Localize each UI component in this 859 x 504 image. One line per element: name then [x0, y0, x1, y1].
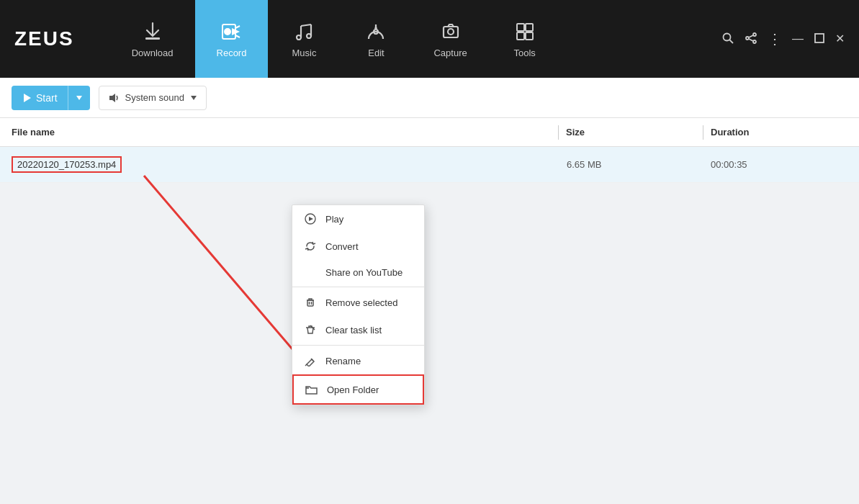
- start-dropdown[interactable]: [68, 86, 90, 110]
- share-btn[interactable]: [745, 32, 757, 47]
- svg-point-21: [753, 33, 756, 36]
- ctx-play[interactable]: Play: [292, 205, 424, 233]
- folder-icon: [305, 383, 318, 396]
- col-header-size: Size: [559, 127, 703, 138]
- tab-tools[interactable]: Tools: [489, 0, 561, 78]
- toolbar: Start System sound: [0, 78, 859, 118]
- more-btn[interactable]: ⋮: [768, 32, 782, 46]
- col-header-name: File name: [12, 127, 558, 138]
- tab-record-label: Record: [217, 48, 247, 58]
- ctx-open-folder[interactable]: Open Folder: [292, 374, 424, 405]
- svg-rect-26: [815, 34, 824, 42]
- sound-chevron-icon: [190, 94, 197, 102]
- sound-icon: [108, 92, 120, 104]
- ctx-rename[interactable]: Rename: [292, 347, 424, 374]
- ctx-divider-2: [292, 345, 424, 346]
- header: ZEUS Download Record: [0, 0, 859, 78]
- svg-marker-34: [309, 217, 313, 221]
- record-icon: [220, 20, 243, 43]
- col-header-duration: Duration: [703, 127, 847, 138]
- svg-rect-0: [145, 37, 160, 40]
- tab-tools-label: Tools: [514, 48, 536, 58]
- svg-line-25: [749, 39, 753, 41]
- tab-edit-label: Edit: [368, 48, 384, 58]
- svg-line-24: [749, 35, 753, 37]
- svg-marker-28: [76, 96, 82, 100]
- tab-capture-label: Capture: [433, 48, 467, 58]
- ctx-play-label: Play: [325, 214, 343, 225]
- tab-music[interactable]: Music: [268, 0, 340, 78]
- music-icon: [292, 20, 315, 43]
- ctx-remove-label: Remove selected: [325, 297, 397, 308]
- svg-marker-30: [191, 96, 197, 100]
- ctx-clear-label: Clear task list: [325, 325, 382, 336]
- ctx-share[interactable]: Share on YouTube: [292, 260, 424, 285]
- tools-icon: [513, 20, 536, 43]
- ctx-clear[interactable]: Clear task list: [292, 316, 424, 343]
- svg-point-1: [225, 29, 230, 35]
- svg-rect-35: [307, 300, 313, 306]
- tab-download[interactable]: Download: [110, 0, 195, 78]
- svg-rect-15: [517, 24, 524, 31]
- nav-tabs: Download Record Music: [110, 0, 721, 78]
- tab-capture[interactable]: Capture: [412, 0, 488, 78]
- svg-line-10: [301, 24, 311, 26]
- start-label: Start: [36, 92, 58, 104]
- svg-line-40: [305, 364, 307, 366]
- main-content: File name Size Duration 20220120_170253.…: [0, 118, 859, 504]
- search-btn[interactable]: [721, 32, 734, 47]
- context-menu: Play Convert Share on YouTube Remove sel…: [292, 204, 425, 405]
- file-duration: 00:00:35: [703, 159, 847, 170]
- convert-icon: [304, 240, 317, 253]
- ctx-convert[interactable]: Convert: [292, 233, 424, 260]
- svg-point-14: [448, 29, 454, 35]
- ctx-open-folder-label: Open Folder: [327, 384, 379, 395]
- svg-rect-16: [526, 24, 533, 31]
- file-name-cell: 20220120_170253.mp4: [12, 156, 559, 173]
- svg-line-20: [730, 40, 734, 43]
- svg-rect-18: [526, 32, 533, 40]
- ctx-remove[interactable]: Remove selected: [292, 289, 424, 316]
- maximize-btn[interactable]: [814, 32, 825, 46]
- start-main[interactable]: Start: [12, 86, 68, 110]
- edit-icon: [364, 20, 387, 43]
- download-icon: [141, 20, 164, 43]
- play-icon: [304, 212, 317, 225]
- system-sound-button[interactable]: System sound: [99, 86, 207, 110]
- window-controls: ⋮ — ✕: [721, 32, 852, 47]
- chevron-down-icon: [76, 94, 83, 102]
- play-triangle-icon: [22, 93, 32, 103]
- svg-rect-17: [517, 32, 524, 40]
- system-sound-label: System sound: [125, 92, 184, 103]
- capture-icon: [439, 20, 462, 43]
- rename-icon: [304, 354, 317, 367]
- ctx-divider-1: [292, 287, 424, 287]
- start-button[interactable]: Start: [12, 86, 90, 110]
- tab-download-label: Download: [132, 48, 174, 58]
- tab-edit[interactable]: Edit: [340, 0, 412, 78]
- file-list-header: File name Size Duration: [0, 118, 859, 147]
- file-list: File name Size Duration 20220120_170253.…: [0, 118, 859, 183]
- svg-point-23: [753, 40, 756, 43]
- svg-point-19: [724, 33, 731, 40]
- tab-record[interactable]: Record: [195, 0, 269, 78]
- ctx-convert-label: Convert: [325, 241, 359, 252]
- tab-music-label: Music: [292, 48, 316, 58]
- ctx-share-label: Share on YouTube: [325, 267, 402, 278]
- clear-icon: [304, 323, 317, 336]
- minimize-btn[interactable]: —: [792, 33, 804, 45]
- svg-marker-27: [24, 94, 31, 102]
- trash-icon: [304, 296, 317, 309]
- svg-point-22: [746, 37, 749, 40]
- file-name: 20220120_170253.mp4: [12, 156, 122, 173]
- ctx-rename-label: Rename: [325, 356, 361, 366]
- table-row[interactable]: 20220120_170253.mp4 6.65 MB 00:00:35: [0, 147, 859, 183]
- close-btn[interactable]: ✕: [835, 33, 845, 45]
- file-size: 6.65 MB: [559, 159, 703, 170]
- app-logo: ZEUS: [7, 27, 81, 50]
- svg-marker-29: [109, 94, 115, 102]
